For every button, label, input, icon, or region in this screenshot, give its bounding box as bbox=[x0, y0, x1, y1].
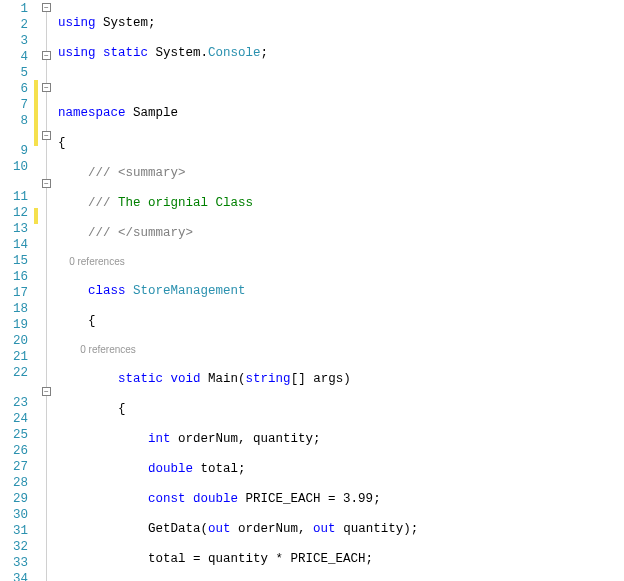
fold-toggle-icon[interactable]: − bbox=[42, 387, 51, 396]
line-number: 34 bbox=[0, 571, 28, 581]
line-number: 11 bbox=[0, 189, 28, 205]
line-number: 8 bbox=[0, 113, 28, 129]
line-number: 13 bbox=[0, 221, 28, 237]
line-number: 30 bbox=[0, 507, 28, 523]
fold-toggle-icon[interactable]: − bbox=[42, 179, 51, 188]
line-number: 28 bbox=[0, 475, 28, 491]
line-number: 10 bbox=[0, 159, 28, 175]
line-number: 19 bbox=[0, 317, 28, 333]
line-number: 1 bbox=[0, 1, 28, 17]
line-number: 4 bbox=[0, 49, 28, 65]
fold-toggle-icon[interactable]: − bbox=[42, 83, 51, 92]
line-number: 25 bbox=[0, 427, 28, 443]
change-mark bbox=[34, 128, 38, 146]
line-number: 21 bbox=[0, 349, 28, 365]
line-number: 32 bbox=[0, 539, 28, 555]
line-number: 22 bbox=[0, 365, 28, 381]
codelens-references[interactable]: 0 references bbox=[58, 343, 624, 357]
fold-gutter: − − − − − − bbox=[40, 0, 56, 581]
line-number: 7 bbox=[0, 97, 28, 113]
line-number: 23 bbox=[0, 395, 28, 411]
fold-toggle-icon[interactable]: − bbox=[42, 131, 51, 140]
line-number: 17 bbox=[0, 285, 28, 301]
line-number: 2 bbox=[0, 17, 28, 33]
line-number: 16 bbox=[0, 269, 28, 285]
line-number: 27 bbox=[0, 459, 28, 475]
line-number: 24 bbox=[0, 411, 28, 427]
line-number: 33 bbox=[0, 555, 28, 571]
line-number: 9 bbox=[0, 143, 28, 159]
fold-toggle-icon[interactable]: − bbox=[42, 51, 51, 60]
line-number: 18 bbox=[0, 301, 28, 317]
code-editor: 1 2 3 4 5 6 7 8 9 10 11 12 13 14 15 16 1… bbox=[0, 0, 624, 581]
line-number: 5 bbox=[0, 65, 28, 81]
fold-toggle-icon[interactable]: − bbox=[42, 3, 51, 12]
line-number: 3 bbox=[0, 33, 28, 49]
line-number: 26 bbox=[0, 443, 28, 459]
code-text-area[interactable]: using System; using static System.Consol… bbox=[56, 0, 624, 581]
line-number: 29 bbox=[0, 491, 28, 507]
line-number: 20 bbox=[0, 333, 28, 349]
line-number: 31 bbox=[0, 523, 28, 539]
line-number: 12 bbox=[0, 205, 28, 221]
change-mark bbox=[34, 208, 38, 224]
line-number-gutter: 1 2 3 4 5 6 7 8 9 10 11 12 13 14 15 16 1… bbox=[0, 0, 34, 581]
change-mark bbox=[34, 80, 38, 128]
line-number: 15 bbox=[0, 253, 28, 269]
line-number: 6 bbox=[0, 81, 28, 97]
codelens-references[interactable]: 0 references bbox=[58, 255, 624, 269]
line-number: 14 bbox=[0, 237, 28, 253]
